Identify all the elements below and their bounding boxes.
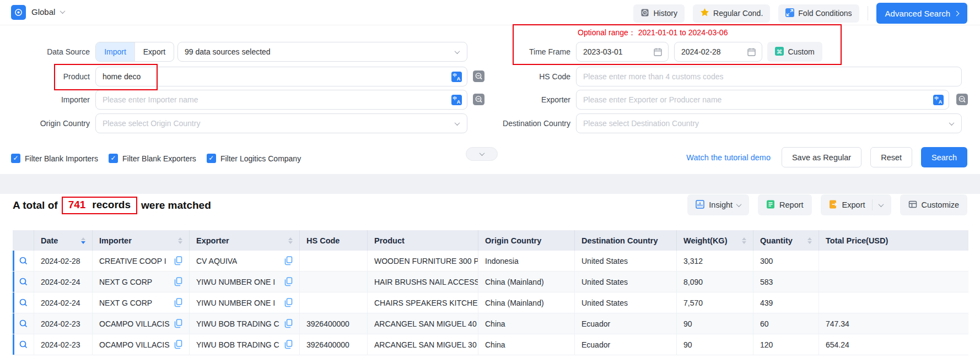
- column-header-hs-code: HS Code: [300, 230, 368, 251]
- view-detail-icon[interactable]: [19, 277, 28, 286]
- column-header-detail: [13, 230, 34, 251]
- results-table: DateImporterExporterHS CodeProductOrigin…: [13, 230, 968, 355]
- checkbox-checked-icon[interactable]: ✓: [109, 154, 118, 163]
- end-date-input[interactable]: 2024-02-28: [674, 42, 762, 62]
- view-detail-icon[interactable]: [19, 319, 28, 328]
- copy-icon[interactable]: [281, 256, 293, 265]
- importer-name[interactable]: OCAMPO VILLACIS: [99, 340, 170, 349]
- column-header-importer[interactable]: Importer: [93, 230, 190, 251]
- copy-icon[interactable]: [171, 256, 182, 265]
- copy-icon[interactable]: [171, 298, 182, 307]
- cell-quantity: 60: [753, 313, 819, 334]
- svg-text:⌘: ⌘: [777, 48, 783, 55]
- origin-country-select[interactable]: Please select Origin Country: [95, 113, 467, 133]
- calendar-icon[interactable]: [653, 47, 663, 58]
- search-button[interactable]: Search: [921, 147, 967, 167]
- copy-icon[interactable]: [281, 277, 293, 286]
- divider: [872, 199, 873, 210]
- history-button[interactable]: History: [633, 4, 685, 23]
- cell-exporter: YIWU NUMBER ONE I: [190, 272, 300, 292]
- tutorial-link[interactable]: Watch the tutorial demo: [686, 153, 771, 162]
- importer-name[interactable]: NEXT G CORP: [99, 299, 152, 307]
- cell-importer: NEXT G CORP: [93, 292, 190, 313]
- translate-icon[interactable]: 中A: [451, 95, 462, 107]
- filter-blank-importers[interactable]: ✓ Filter Blank Importers: [11, 154, 98, 163]
- cell-quantity: 439: [753, 292, 819, 313]
- advanced-search-button[interactable]: Advanced Search: [876, 3, 967, 24]
- time-frame-label: Time Frame: [466, 42, 570, 62]
- exporter-name[interactable]: YIWU NUMBER ONE I: [196, 299, 275, 307]
- exclude-search-icon[interactable]: [956, 94, 968, 107]
- custom-range-button[interactable]: ⌘ Custom: [767, 42, 822, 62]
- import-tab[interactable]: Import: [96, 42, 134, 61]
- column-header-quantity[interactable]: Quantity: [753, 230, 819, 251]
- cell-date: 2024-02-24: [34, 272, 93, 292]
- regular-cond-label: Regular Cond.: [713, 9, 763, 18]
- regular-cond-button[interactable]: Regular Cond.: [693, 4, 770, 23]
- start-date-input[interactable]: 2023-03-01: [576, 42, 669, 62]
- reset-button[interactable]: Reset: [870, 147, 912, 167]
- copy-icon[interactable]: [171, 340, 182, 349]
- column-header-weight-kg[interactable]: Weight(KG): [677, 230, 753, 251]
- sort-icon[interactable]: [737, 237, 746, 244]
- customize-button[interactable]: Customize: [900, 194, 968, 215]
- svg-text:A: A: [457, 99, 461, 105]
- copy-icon[interactable]: [171, 277, 182, 286]
- translate-icon[interactable]: 中A: [451, 72, 462, 84]
- exporter-name[interactable]: YIWU NUMBER ONE I: [196, 278, 275, 286]
- save-as-regular-button[interactable]: Save as Regular: [782, 147, 861, 167]
- view-detail-icon[interactable]: [19, 256, 28, 265]
- report-button[interactable]: Report: [758, 194, 812, 215]
- sort-icon[interactable]: [803, 237, 812, 244]
- sort-icon[interactable]: [174, 237, 182, 244]
- view-detail-icon[interactable]: [19, 340, 28, 349]
- view-detail-icon[interactable]: [19, 298, 28, 307]
- data-sources-select[interactable]: 99 data sources selected: [177, 42, 467, 62]
- importer-input[interactable]: Please enter Importer name 中A: [95, 90, 467, 110]
- copy-icon[interactable]: [281, 298, 293, 307]
- checkbox-checked-icon[interactable]: ✓: [11, 154, 20, 163]
- importer-name[interactable]: NEXT G CORP: [99, 278, 152, 286]
- exporter-name[interactable]: CV AQUIVA: [196, 257, 237, 265]
- divider: [868, 6, 868, 20]
- collapse-conditions-button[interactable]: [466, 147, 498, 161]
- product-input[interactable]: home deco 中A: [95, 67, 467, 86]
- export-button[interactable]: Export: [821, 194, 891, 215]
- exporter-label: Exporter: [466, 90, 570, 110]
- sort-icon[interactable]: [77, 237, 85, 244]
- sort-icon[interactable]: [284, 237, 293, 244]
- translate-icon[interactable]: 中A: [933, 95, 944, 107]
- importer-name[interactable]: OCAMPO VILLACIS: [99, 319, 170, 328]
- row-detail-cell: [13, 272, 34, 292]
- fold-conditions-button[interactable]: Fold Conditions: [778, 4, 859, 23]
- chevron-right-icon: [954, 10, 960, 16]
- chevron-down-icon[interactable]: [878, 202, 884, 207]
- exporter-name[interactable]: YIWU BOB TRADING C: [196, 340, 279, 349]
- cell-origin-country: China (Mainland): [478, 292, 575, 313]
- cell-origin-country: China (Mainland): [478, 272, 575, 292]
- copy-icon[interactable]: [281, 340, 293, 349]
- destination-country-select[interactable]: Please select Destination Country: [576, 113, 962, 133]
- hs-code-input[interactable]: Please enter more than 4 customs codes: [576, 67, 962, 86]
- calendar-icon[interactable]: [747, 47, 756, 58]
- importer-name[interactable]: CREATIVE COOP I: [99, 257, 166, 265]
- copy-icon[interactable]: [171, 319, 182, 328]
- customize-label: Customize: [922, 200, 960, 209]
- filter-blank-exporters[interactable]: ✓ Filter Blank Exporters: [109, 154, 196, 163]
- filter-label: Filter Blank Exporters: [122, 154, 196, 163]
- checkbox-checked-icon[interactable]: ✓: [207, 154, 216, 163]
- copy-icon[interactable]: [281, 319, 293, 328]
- insight-button[interactable]: Insight: [687, 194, 749, 215]
- column-label: Date: [41, 236, 58, 245]
- filter-logistics-company[interactable]: ✓ Filter Logitics Company: [207, 154, 301, 163]
- exporter-input[interactable]: Please enter Exporter or Producer name 中…: [576, 90, 949, 110]
- globe-logo-icon[interactable]: [11, 5, 26, 20]
- cell-total-price: 747.34: [819, 313, 968, 334]
- export-tab[interactable]: Export: [135, 42, 174, 61]
- region-selector[interactable]: Global: [31, 7, 64, 17]
- exporter-name[interactable]: YIWU BOB TRADING C: [196, 319, 279, 328]
- column-header-exporter[interactable]: Exporter: [190, 230, 300, 251]
- chevron-down-icon: [949, 120, 955, 126]
- column-header-total-price-usd: Total Price(USD): [819, 230, 968, 251]
- column-header-date[interactable]: Date: [34, 230, 93, 251]
